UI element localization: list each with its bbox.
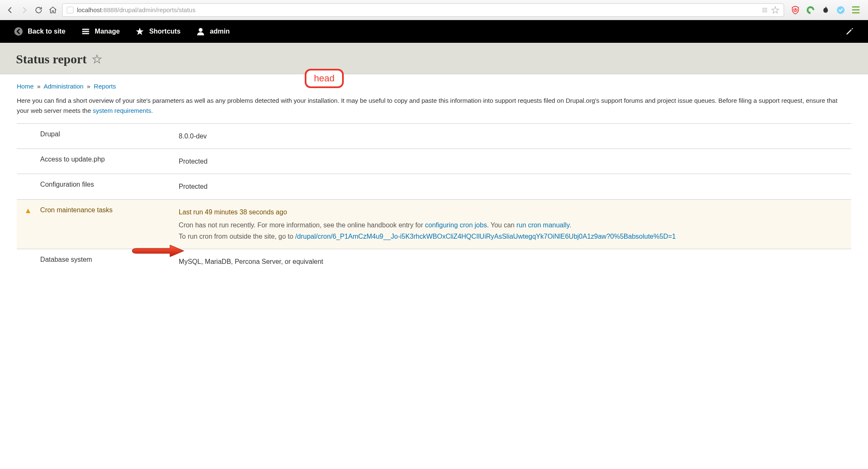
annotation-arrow-icon	[130, 242, 185, 259]
hangouts-icon[interactable]: 99	[806, 5, 815, 15]
status-value: 8.0.0-dev	[175, 124, 851, 149]
forward-button[interactable]	[19, 5, 29, 15]
svg-point-3	[765, 10, 767, 13]
hamburger-menu-icon[interactable]	[851, 5, 860, 15]
cron-url-link[interactable]: /drupal/cron/6_P1AmCzM4u9__Jo-i5K3rhckWB…	[295, 233, 676, 240]
adblock-icon[interactable]	[791, 5, 800, 15]
run-cron-manually-link[interactable]: run cron manually	[516, 221, 569, 229]
status-label: Configuration files	[36, 174, 175, 199]
home-button[interactable]	[48, 5, 58, 15]
arrow-left-circle-icon	[13, 26, 24, 36]
svg-rect-4	[795, 8, 796, 10]
page-icon	[67, 7, 73, 13]
shortcut-star-icon[interactable]	[92, 54, 102, 64]
flame-icon[interactable]	[821, 5, 830, 15]
svg-point-11	[199, 28, 202, 32]
user-icon	[196, 26, 206, 36]
system-requirements-link[interactable]: system requirements.	[93, 107, 153, 114]
page-title: Status report	[16, 52, 852, 66]
status-label: Cron maintenance tasks	[36, 199, 175, 249]
pencil-icon	[844, 26, 855, 36]
user-button[interactable]: admin	[188, 20, 237, 43]
table-row-warning: ▲ Cron maintenance tasks Last run 49 min…	[17, 199, 851, 249]
table-row: Access to update.php Protected	[17, 149, 851, 174]
breadcrumb-home[interactable]: Home	[17, 83, 34, 90]
hamburger-icon	[81, 26, 91, 36]
svg-point-7	[14, 27, 23, 36]
svg-rect-9	[82, 31, 89, 32]
table-row: Drupal 8.0.0-dev	[17, 124, 851, 149]
shortcuts-button[interactable]: Shortcuts	[127, 20, 188, 43]
status-value: Protected	[175, 149, 851, 174]
breadcrumb-administration[interactable]: Administration	[44, 83, 84, 90]
url-text: localhost:8888/drupal/admin/reports/stat…	[77, 6, 196, 13]
back-button[interactable]	[5, 5, 15, 15]
configuring-cron-link[interactable]: configuring cron jobs	[425, 221, 487, 229]
edit-button[interactable]	[837, 20, 862, 43]
intro-text: Here you can find a short overview of yo…	[17, 96, 851, 116]
table-row: Configuration files Protected	[17, 174, 851, 199]
clover-icon[interactable]	[761, 6, 769, 14]
back-to-site-label: Back to site	[28, 28, 65, 35]
check-circle-icon[interactable]	[836, 5, 845, 15]
svg-point-2	[762, 10, 765, 13]
warning-icon: ▲	[24, 206, 32, 215]
breadcrumb-reports[interactable]: Reports	[94, 83, 116, 90]
url-bar[interactable]: localhost:8888/drupal/admin/reports/stat…	[62, 3, 784, 17]
shortcuts-label: Shortcuts	[149, 28, 180, 35]
status-value: Last run 49 minutes 38 seconds ago Cron …	[175, 199, 851, 249]
breadcrumb: Home » Administration » Reports	[17, 83, 851, 90]
bookmark-star-icon[interactable]	[771, 6, 779, 14]
status-value: Protected	[175, 174, 851, 199]
manage-button[interactable]: Manage	[73, 20, 128, 43]
svg-point-1	[765, 8, 767, 10]
status-label: Drupal	[36, 124, 175, 149]
user-label: admin	[210, 28, 230, 35]
reload-button[interactable]	[34, 5, 44, 15]
svg-rect-10	[82, 33, 89, 34]
svg-rect-8	[82, 29, 89, 30]
star-icon	[135, 26, 145, 36]
status-value: MySQL, MariaDB, Percona Server, or equiv…	[175, 249, 851, 274]
status-label: Access to update.php	[36, 149, 175, 174]
back-to-site-button[interactable]: Back to site	[6, 20, 73, 43]
svg-text:99: 99	[808, 8, 813, 11]
annotation-badge: head	[305, 69, 344, 88]
drupal-toolbar: Back to site Manage Shortcuts admin	[0, 20, 868, 43]
browser-chrome: localhost:8888/drupal/admin/reports/stat…	[0, 0, 868, 20]
page-title-area: Status report	[0, 43, 868, 74]
manage-label: Manage	[95, 28, 120, 35]
svg-point-0	[762, 8, 765, 10]
